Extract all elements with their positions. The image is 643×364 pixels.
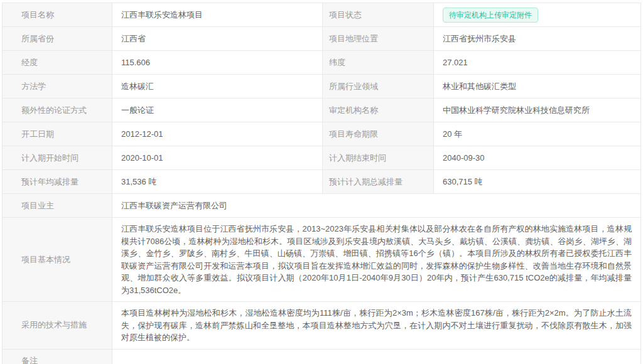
label-crediting-end: 计入期结束时间 xyxy=(323,146,434,170)
value-technology-measures: 本项目造林树种为湿地松和杉木，湿地松造林密度均为111株/亩，株行距为2×3m；… xyxy=(112,302,641,350)
label-longitude: 经度 xyxy=(3,51,112,75)
label-project-status: 项目状态 xyxy=(323,3,434,27)
label-project-location: 项目地理位置 xyxy=(323,27,434,51)
label-project-name: 项目名称 xyxy=(3,3,112,27)
value-project-location: 江西省抚州市乐安县 xyxy=(434,27,641,51)
label-industry-field: 所属行业领域 xyxy=(323,75,434,99)
label-start-date: 开工日期 xyxy=(3,122,112,146)
table-row-technology-measures: 采用的技术与措施 本项目造林树种为湿地松和杉木，湿地松造林密度均为111株/亩，… xyxy=(3,302,641,350)
label-validation-body: 审定机构名称 xyxy=(323,99,434,122)
value-province: 江西省 xyxy=(112,27,323,51)
table-row-startdate-lifetime: 开工日期 2012-12-01 项目寿命期限 20 年 xyxy=(3,122,641,146)
status-badge: 待审定机构上传审定附件 xyxy=(443,8,538,23)
table-row-name-status: 项目名称 江西丰联乐安造林项目 项目状态 待审定机构上传审定附件 xyxy=(3,3,641,27)
table-row-overview: 项目基本情况 江西丰联乐安造林项目位于江西省抚州市乐安县，2013~2023年乐… xyxy=(3,218,641,302)
label-total-reduction: 预计计入期总减排量 xyxy=(323,170,434,194)
label-project-overview: 项目基本情况 xyxy=(3,218,112,302)
value-project-owner: 江西丰联碳资产运营有限公司 xyxy=(112,194,641,218)
table-row-crediting-period: 计入期开始时间 2020-10-01 计入期结束时间 2040-09-30 xyxy=(3,146,641,170)
value-validation-body: 中国林业科学研究院林业科技信息研究所 xyxy=(434,99,641,122)
value-remarks xyxy=(112,350,641,364)
value-additionality-method: 一般论证 xyxy=(112,99,323,122)
value-start-date: 2012-12-01 xyxy=(112,122,323,146)
project-detail-table: 项目名称 江西丰联乐安造林项目 项目状态 待审定机构上传审定附件 所属省份 江西… xyxy=(2,3,641,364)
label-remarks: 备注 xyxy=(3,350,112,364)
label-project-owner: 项目业主 xyxy=(3,194,112,218)
value-industry-field: 林业和其他碳汇类型 xyxy=(434,75,641,99)
label-crediting-start: 计入期开始时间 xyxy=(3,146,112,170)
value-crediting-start: 2020-10-01 xyxy=(112,146,323,170)
label-annual-reduction: 预计年均减排量 xyxy=(3,170,112,194)
label-technology-measures: 采用的技术与措施 xyxy=(3,302,112,350)
value-project-lifetime: 20 年 xyxy=(434,122,641,146)
value-project-name: 江西丰联乐安造林项目 xyxy=(112,3,323,27)
value-project-overview: 江西丰联乐安造林项目位于江西省抚州市乐安县，2013~2023年乐安县相关村集体… xyxy=(112,218,641,302)
label-province: 所属省份 xyxy=(3,27,112,51)
label-project-lifetime: 项目寿命期限 xyxy=(323,122,434,146)
value-total-reduction: 630,715 吨 xyxy=(434,170,641,194)
value-longitude: 115.606 xyxy=(112,51,323,75)
table-row-additionality-validator: 额外性的论证方式 一般论证 审定机构名称 中国林业科学研究院林业科技信息研究所 xyxy=(3,99,641,122)
label-methodology: 方法学 xyxy=(3,75,112,99)
value-annual-reduction: 31,536 吨 xyxy=(112,170,323,194)
table-row-remarks: 备注 xyxy=(3,350,641,364)
table-row-owner: 项目业主 江西丰联碳资产运营有限公司 xyxy=(3,194,641,218)
table-row-longitude-latitude: 经度 115.606 纬度 27.021 xyxy=(3,51,641,75)
value-project-status: 待审定机构上传审定附件 xyxy=(434,3,641,27)
table-row-province-location: 所属省份 江西省 项目地理位置 江西省抚州市乐安县 xyxy=(3,27,641,51)
table-row-methodology-industry: 方法学 造林碳汇 所属行业领域 林业和其他碳汇类型 xyxy=(3,75,641,99)
value-latitude: 27.021 xyxy=(434,51,641,75)
table-row-reductions: 预计年均减排量 31,536 吨 预计计入期总减排量 630,715 吨 xyxy=(3,170,641,194)
label-latitude: 纬度 xyxy=(323,51,434,75)
value-methodology: 造林碳汇 xyxy=(112,75,323,99)
label-additionality-method: 额外性的论证方式 xyxy=(3,99,112,122)
value-crediting-end: 2040-09-30 xyxy=(434,146,641,170)
